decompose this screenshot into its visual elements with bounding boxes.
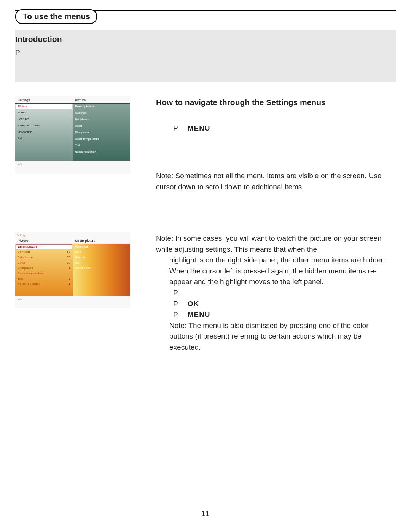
ss1-right-item: Noise reduction — [73, 149, 130, 155]
ss2-val: 50 — [67, 251, 70, 254]
step-keyword: MENU — [188, 123, 210, 134]
ss2-right-item: Super zoom — [73, 265, 130, 271]
ss1-right-item: Brightness — [73, 117, 130, 123]
press-glyph: P — [173, 300, 178, 308]
ss2-hdr-left: Picture — [15, 237, 73, 244]
ss1-left-item: Parental Control — [15, 123, 73, 129]
ss2-val: 3 — [69, 277, 70, 280]
ss1-right-item: Smart picture — [73, 104, 130, 110]
press-glyph: P — [173, 289, 178, 297]
ss1-left-item: Sound — [15, 110, 73, 116]
ss2-left-item: Contrast50 — [15, 249, 73, 255]
ss1-left-panel: Picture Sound Features Parental Control … — [15, 104, 73, 161]
intro-glyph: P — [15, 48, 396, 58]
ss2-val: 50 — [67, 261, 70, 264]
note-text: Note: In some cases, you will want to wa… — [156, 233, 392, 255]
ss1-hdr-right: Picture — [73, 96, 130, 103]
press-keyword: MENU — [188, 309, 210, 320]
ss2-back-label: Settings — [15, 232, 130, 237]
ss1-info: Info — [15, 161, 130, 166]
ss2-val: 1 — [69, 283, 70, 286]
ss2-left-item: Smart picture — [16, 244, 72, 249]
ss2-right-item: Soft — [73, 260, 130, 265]
note-text: Note: The menu is also dismissed by pres… — [169, 320, 392, 353]
press-block: P P OK P MENU Note: The menu is also dis… — [156, 288, 392, 353]
press-row: P MENU — [156, 309, 392, 320]
introduction-box: Introduction P — [15, 30, 396, 82]
step-glyph: P — [173, 124, 178, 132]
ss2-lbl: Tint — [18, 277, 23, 280]
settings-menu-screenshot: Settings Picture Picture Sound Features … — [15, 96, 130, 174]
note-text: Note: Sometimes not all the menu items a… — [156, 171, 392, 192]
ss2-lbl: Noise reduction — [18, 283, 40, 286]
ss2-right-panel: Personal Rich Natural Soft Super zoom — [73, 244, 130, 296]
ss1-right-item: Tint — [73, 142, 130, 149]
ss1-left-item: Exit — [15, 136, 73, 142]
ss2-left-item: Noise reduction1 — [15, 281, 73, 287]
ss2-lbl: Color — [18, 261, 25, 264]
ss1-hdr-left: Settings — [15, 96, 73, 103]
ss2-left-item: Sharpness1 — [15, 265, 73, 271]
ss2-lbl: Brightness — [18, 256, 33, 259]
section-title-pill: To use the menus — [15, 9, 97, 24]
nav-heading-block: How to navigate through the Settings men… — [156, 97, 392, 134]
ss1-right-panel: Smart picture Contrast Brightness Color … — [73, 104, 130, 161]
ss2-lbl: Smart picture — [18, 245, 38, 248]
ss2-info: Info — [15, 296, 130, 300]
ss2-left-panel: Smart picture Contrast50 Brightness50 Co… — [15, 244, 73, 296]
note-2: Note: In some cases, you will want to wa… — [156, 233, 392, 288]
ss1-left-item: Installation — [15, 129, 73, 136]
ss2-lbl: Color temperature — [18, 272, 44, 275]
page-number: 11 — [0, 509, 411, 519]
ss2-lbl: Contrast — [18, 251, 30, 254]
ss1-right-item: Sharpness — [73, 129, 130, 136]
picture-menu-screenshot: Settings Picture Smart picture Smart pic… — [15, 232, 130, 308]
ss1-right-item: Contrast — [73, 110, 130, 117]
ss2-left-item: Tint3 — [15, 276, 73, 281]
ss1-left-item: Picture — [16, 104, 72, 109]
nav-heading: How to navigate through the Settings men… — [156, 97, 392, 108]
step-menu: P MENU — [156, 123, 392, 134]
note-text: highlight is on the right side panel, th… — [169, 255, 392, 288]
press-glyph: P — [173, 310, 178, 318]
ss2-val: 1 — [69, 267, 70, 270]
ss2-hdr-right: Smart picture — [73, 237, 130, 244]
introduction-heading: Introduction — [15, 34, 396, 45]
ss2-lbl: Sharpness — [18, 267, 33, 270]
ss2-left-item: Color temperature — [15, 271, 73, 276]
ss2-left-item: Brightness50 — [15, 255, 73, 260]
ss2-left-item: Color50 — [15, 260, 73, 265]
ss2-right-item: Rich — [73, 249, 130, 255]
ss1-right-item: Color — [73, 123, 130, 129]
ss2-val: 50 — [67, 256, 70, 259]
note-1: Note: Sometimes not all the menu items a… — [156, 171, 392, 192]
ss2-right-item: Natural — [73, 255, 130, 260]
press-row: P — [156, 288, 392, 299]
ss1-left-item: Features — [15, 116, 73, 123]
ss2-right-item: Personal — [73, 244, 130, 249]
press-row: P OK — [156, 299, 392, 310]
ss1-right-item: Color temperature — [73, 136, 130, 142]
press-keyword: OK — [188, 299, 199, 310]
